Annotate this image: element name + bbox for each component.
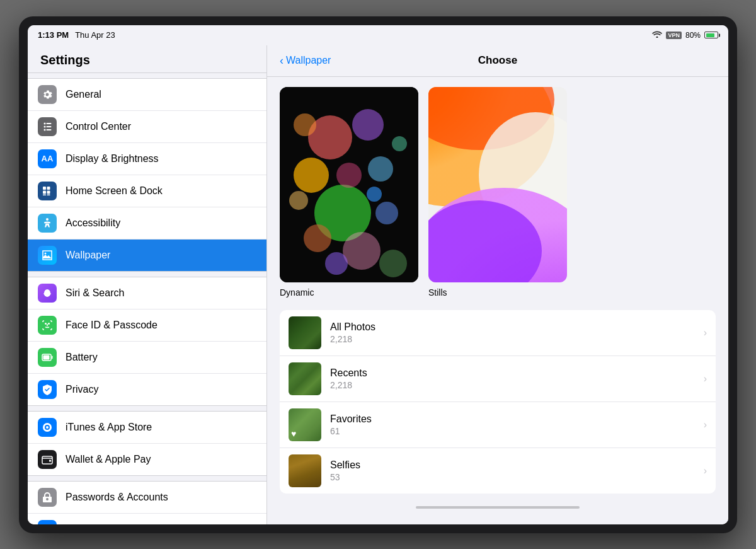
recents-name: Recents xyxy=(330,367,704,379)
status-bar: 1:13 PM Thu Apr 23 VPN 80% xyxy=(28,25,728,45)
privacy-label: Privacy xyxy=(66,384,98,395)
svg-point-39 xyxy=(379,250,407,277)
svg-rect-8 xyxy=(43,190,46,194)
sidebar-section-2: Siri & Search Face ID & P xyxy=(28,277,266,406)
svg-rect-3 xyxy=(47,126,52,127)
wifi-icon xyxy=(652,30,662,40)
album-item-selfies[interactable]: Selfies 53 › xyxy=(280,448,716,494)
ipad-screen: 1:13 PM Thu Apr 23 VPN 80% xyxy=(28,25,728,524)
display-brightness-icon: AA xyxy=(38,149,57,168)
svg-rect-1 xyxy=(47,123,52,124)
sidebar-item-passwords[interactable]: Passwords & Accounts xyxy=(28,482,266,514)
wallpaper-item-dynamic[interactable]: Dynamic xyxy=(280,87,418,298)
svg-point-4 xyxy=(44,129,46,130)
passwords-icon xyxy=(38,488,57,507)
svg-point-41 xyxy=(367,187,382,202)
all-photos-count: 2,218 xyxy=(330,334,704,344)
sidebar: Settings General xyxy=(28,45,267,524)
sidebar-item-wallet[interactable]: Wallet & Apple Pay xyxy=(28,444,266,475)
all-photos-info: All Photos 2,218 xyxy=(330,321,704,344)
selfies-chevron-icon: › xyxy=(704,465,707,477)
home-screen-label: Home Screen & Dock xyxy=(66,185,163,197)
wallpaper-item-stills[interactable]: Stills xyxy=(428,87,567,298)
recents-count: 2,218 xyxy=(330,380,704,390)
battery-settings-icon xyxy=(38,348,57,367)
all-photos-thumb xyxy=(289,316,321,349)
sidebar-section-4: Passwords & Accounts Mail xyxy=(28,481,266,524)
face-id-label: Face ID & Passcode xyxy=(66,320,158,331)
sidebar-title: Settings xyxy=(28,45,266,73)
svg-point-33 xyxy=(304,224,331,252)
accessibility-icon xyxy=(38,214,57,233)
mail-icon xyxy=(38,520,57,524)
all-photos-name: All Photos xyxy=(330,321,704,333)
wallet-icon xyxy=(38,450,57,469)
stills-wallpaper-thumb xyxy=(428,87,567,282)
sidebar-item-itunes[interactable]: iTunes & App Store xyxy=(28,412,266,444)
privacy-icon xyxy=(38,380,57,399)
selfies-name: Selfies xyxy=(330,459,704,471)
general-label: General xyxy=(66,89,101,100)
favorites-info: Favorites 61 xyxy=(330,413,704,436)
sidebar-item-control-center[interactable]: Control Center xyxy=(28,111,266,143)
sidebar-item-display-brightness[interactable]: AA Display & Brightness xyxy=(28,143,266,175)
back-button[interactable]: ‹ Wallpaper xyxy=(280,54,331,67)
sidebar-item-accessibility[interactable]: Accessibility xyxy=(28,207,266,240)
svg-point-34 xyxy=(343,232,381,270)
svg-point-32 xyxy=(375,202,398,224)
svg-rect-5 xyxy=(47,129,52,130)
main-content: Settings General xyxy=(28,45,728,524)
accessibility-label: Accessibility xyxy=(66,217,120,229)
svg-point-21 xyxy=(46,426,49,429)
album-item-favorites[interactable]: ♥ Favorites 61 › xyxy=(280,402,716,448)
album-item-recents[interactable]: Recents 2,218 › xyxy=(280,356,716,402)
svg-point-16 xyxy=(45,323,47,324)
svg-point-13 xyxy=(45,252,47,254)
right-content: Dynamic xyxy=(267,77,728,524)
sidebar-item-battery[interactable]: Battery xyxy=(28,342,266,374)
svg-rect-7 xyxy=(47,187,50,190)
control-center-icon xyxy=(38,117,57,136)
scroll-bar xyxy=(416,506,580,509)
itunes-label: iTunes & App Store xyxy=(66,422,152,433)
sidebar-item-wallpaper[interactable]: Wallpaper xyxy=(28,240,266,271)
passwords-label: Passwords & Accounts xyxy=(66,492,168,503)
sidebar-item-home-screen[interactable]: Home Screen & Dock xyxy=(28,175,266,207)
back-label: Wallpaper xyxy=(286,55,331,66)
sidebar-section-1: General Control Center xyxy=(28,78,266,272)
recents-info: Recents 2,218 xyxy=(330,367,704,390)
vpn-badge: VPN xyxy=(666,32,682,39)
svg-rect-20 xyxy=(43,355,50,359)
all-photos-chevron-icon: › xyxy=(704,327,707,338)
right-header: ‹ Wallpaper Choose xyxy=(267,45,728,77)
itunes-icon xyxy=(38,418,57,437)
svg-point-0 xyxy=(44,122,46,124)
sidebar-item-privacy[interactable]: Privacy xyxy=(28,374,266,405)
right-panel-title: Choose xyxy=(478,54,517,67)
svg-point-12 xyxy=(46,218,49,221)
svg-rect-6 xyxy=(43,187,46,190)
sidebar-item-siri[interactable]: Siri & Search xyxy=(28,277,266,309)
recents-chevron-icon: › xyxy=(704,373,707,384)
selfies-count: 53 xyxy=(330,472,704,482)
home-screen-icon xyxy=(38,182,57,200)
wallpaper-grid: Dynamic xyxy=(280,87,716,298)
control-center-label: Control Center xyxy=(66,121,131,132)
recents-thumb xyxy=(289,362,321,395)
svg-point-30 xyxy=(368,156,393,182)
svg-rect-10 xyxy=(43,194,46,195)
svg-rect-23 xyxy=(49,459,51,461)
stills-label: Stills xyxy=(428,287,567,298)
sidebar-item-mail[interactable]: Mail xyxy=(28,514,266,524)
sidebar-item-general[interactable]: General xyxy=(28,79,266,111)
favorites-chevron-icon: › xyxy=(704,419,707,431)
battery-indicator xyxy=(704,32,718,38)
svg-rect-19 xyxy=(52,355,53,359)
svg-point-40 xyxy=(294,113,316,136)
album-item-all-photos[interactable]: All Photos 2,218 › xyxy=(280,310,716,356)
gear-icon xyxy=(38,85,57,104)
dynamic-wallpaper-thumb xyxy=(280,87,418,282)
album-list: All Photos 2,218 › Recents xyxy=(280,310,716,494)
status-date: Thu Apr 23 xyxy=(75,30,115,40)
sidebar-item-face-id[interactable]: Face ID & Passcode xyxy=(28,309,266,342)
